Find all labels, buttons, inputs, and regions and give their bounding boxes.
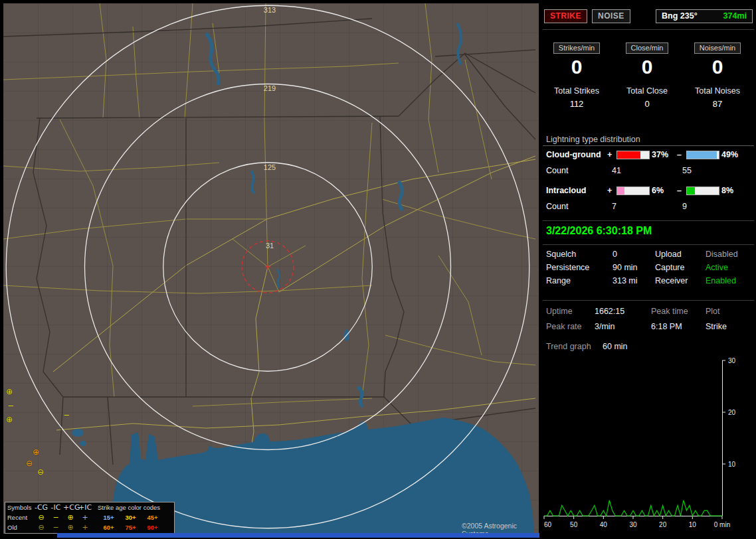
- ic-positive-bar: [616, 187, 650, 195]
- cg-positive-bar: [616, 151, 650, 159]
- trend-graph-label: Trend graph: [546, 342, 603, 351]
- total-noises-label: Total Noises: [682, 86, 753, 96]
- cg-negative-bar: [686, 151, 719, 159]
- svg-text:40: 40: [600, 521, 608, 528]
- ic-positive-pct: 6%: [650, 186, 677, 195]
- count-label: Count: [546, 166, 612, 175]
- distribution-title: Lightning type distribution: [546, 135, 640, 144]
- ring-label-31: 31: [266, 242, 274, 250]
- strike-mode-button[interactable]: STRIKE: [544, 9, 587, 23]
- rate-chips-row: Strikes/min Close/min Noises/min: [541, 41, 753, 54]
- separator: [543, 29, 754, 30]
- age-45: 45+: [142, 514, 163, 521]
- strike-symbol-circle-minus: ⊖: [26, 459, 33, 467]
- capture-status: Active: [706, 263, 753, 272]
- bearing-distance: 374mi: [723, 11, 747, 21]
- total-strikes-label: Total Strikes: [541, 86, 612, 96]
- intracloud-label: Intracloud: [546, 186, 607, 195]
- cg-count-row: Count 41 55: [546, 166, 753, 175]
- range-value: 313 mi: [613, 276, 655, 285]
- svg-text:20: 20: [659, 521, 667, 528]
- pos-ic-recent-icon: +: [78, 514, 92, 521]
- peak-rate-label: Peak rate: [546, 322, 595, 331]
- peak-time-label: Peak time: [651, 307, 706, 316]
- total-noises-value: 87: [682, 99, 753, 109]
- noise-mode-button[interactable]: NOISE: [592, 9, 630, 23]
- legend-header-row: Symbols -CG -IC +CG +IC Strike age color…: [5, 502, 174, 512]
- pos-cg-recent-icon: ⊕: [63, 514, 78, 521]
- strike-symbol-minus: −: [63, 411, 70, 419]
- peak-rate-value: 3/min: [595, 322, 651, 331]
- totals-values-row: 112 0 87: [541, 99, 753, 109]
- legend-col-pos-cg: +CG: [63, 504, 78, 511]
- map-legend: Symbols -CG -IC +CG +IC Strike age color…: [5, 502, 175, 534]
- upload-status: Disabled: [706, 250, 753, 259]
- total-close-value: 0: [612, 99, 682, 109]
- svg-text:20: 20: [728, 409, 736, 416]
- svg-text:30: 30: [728, 357, 736, 364]
- svg-text:10: 10: [689, 521, 697, 528]
- capture-label: Capture: [655, 263, 706, 272]
- copyright-text: ©2005 Astrogenic Systems: [462, 522, 539, 534]
- receiver-status: Enabled: [706, 276, 753, 285]
- ic-negative-count: 9: [682, 202, 753, 211]
- strike-symbol-circle-plus: ⊕: [33, 448, 39, 456]
- bearing-indicator: Bng 235° 374mi: [656, 9, 753, 23]
- neg-cg-recent-icon: ⊖: [34, 514, 48, 521]
- svg-text:10: 10: [728, 461, 736, 468]
- separator: [543, 220, 754, 221]
- trend-graph: 3020106050403020100 min: [543, 356, 754, 536]
- plus-sign: +: [607, 150, 616, 159]
- settings-row-3: Range 313 mi Receiver Enabled: [546, 276, 753, 285]
- pos-ic-old-icon: +: [78, 524, 92, 531]
- legend-col-pos-ic: +IC: [78, 504, 92, 511]
- receiver-label: Receiver: [655, 276, 706, 285]
- ic-negative-bar: [686, 187, 719, 195]
- svg-text:30: 30: [629, 521, 637, 528]
- svg-text:60: 60: [544, 521, 552, 528]
- bearing-label: Bng 235°: [662, 11, 698, 21]
- legend-old-row: Old ⊖ − ⊕ + 60+ 75+ 90+: [5, 522, 174, 532]
- ic-negative-pct: 8%: [719, 186, 747, 195]
- ring-label-125: 125: [264, 163, 276, 171]
- minus-sign: –: [677, 186, 686, 195]
- legend-symbols-label: Symbols: [7, 504, 34, 511]
- map-graphics: 31321912531: [3, 3, 539, 534]
- mode-toggle-row: STRIKE NOISE Bng 235° 374mi: [544, 9, 753, 23]
- app-window: 31321912531 ⊕−⊕−⊕⊖⊖ ©2005 Astrogenic Sys…: [0, 0, 756, 539]
- uptime-label: Uptime: [546, 307, 595, 316]
- separator: [543, 244, 754, 245]
- ic-count-row: Count 7 9: [546, 202, 753, 211]
- age-90: 90+: [142, 524, 163, 531]
- persistence-label: Persistence: [546, 263, 613, 272]
- trend-graph-window: 60 min: [603, 342, 659, 351]
- close-per-min-value: 0: [612, 57, 682, 77]
- strike-symbol-minus: −: [7, 402, 14, 410]
- noises-per-min-value: 0: [682, 57, 753, 77]
- plot-value: Strike: [706, 322, 753, 331]
- peak-time-value: 6:18 PM: [651, 322, 706, 331]
- squelch-value: 0: [613, 250, 655, 259]
- neg-cg-old-icon: ⊖: [34, 524, 48, 531]
- intracloud-row: Intracloud + 6% – 8%: [546, 186, 753, 195]
- stats-row-1: Uptime 1662:15 Peak time Plot: [546, 307, 753, 316]
- count-label: Count: [546, 202, 612, 211]
- svg-text:50: 50: [570, 521, 578, 528]
- squelch-label: Squelch: [546, 250, 613, 259]
- ic-positive-count: 7: [612, 202, 682, 211]
- close-per-min-button[interactable]: Close/min: [626, 42, 669, 54]
- svg-text:0 min: 0 min: [714, 521, 730, 528]
- rate-values-row: 0 0 0: [541, 57, 753, 77]
- cloud-ground-row: Cloud-ground + 37% – 49%: [546, 150, 753, 159]
- age-30: 30+: [120, 514, 142, 521]
- cg-positive-count: 41: [612, 166, 682, 175]
- legend-col-neg-ic: -IC: [48, 504, 63, 511]
- plus-sign: +: [607, 186, 616, 195]
- map-display[interactable]: 31321912531 ⊕−⊕−⊕⊖⊖ ©2005 Astrogenic Sys…: [3, 3, 539, 534]
- upload-label: Upload: [655, 250, 706, 259]
- strikes-per-min-button[interactable]: Strikes/min: [553, 42, 600, 54]
- separator: [543, 145, 754, 146]
- stats-row-2: Peak rate 3/min 6:18 PM Strike: [546, 322, 753, 331]
- noises-per-min-button[interactable]: Noises/min: [694, 42, 741, 54]
- plot-label: Plot: [706, 307, 753, 316]
